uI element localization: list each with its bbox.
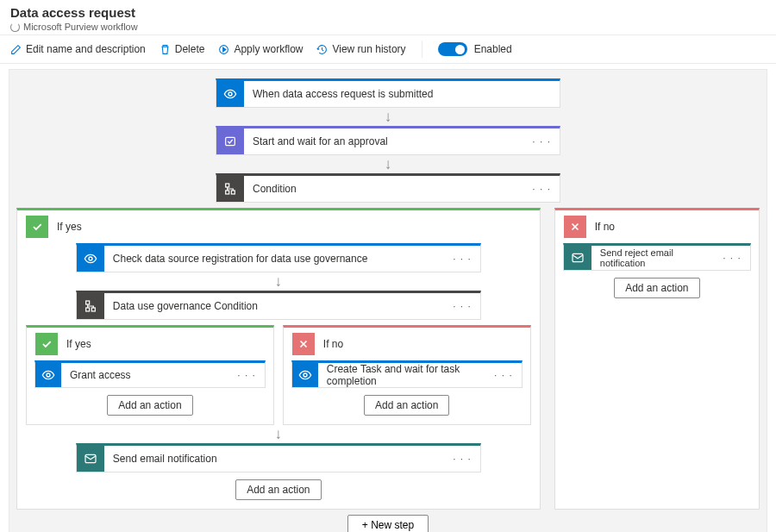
governance-condition-card[interactable]: Data use governance Condition · · · <box>76 291 481 320</box>
eye-icon <box>216 81 244 107</box>
history-icon <box>316 44 328 55</box>
branch-yes-label: If yes <box>57 221 82 233</box>
toolbar-divider <box>422 41 422 58</box>
svg-rect-2 <box>226 137 235 145</box>
play-circle-icon <box>218 44 229 55</box>
new-step-button[interactable]: + New step <box>347 515 429 532</box>
card-menu[interactable]: · · · <box>444 453 480 465</box>
card-menu[interactable]: · · · <box>523 135 560 147</box>
trash-icon <box>160 44 171 55</box>
x-icon <box>564 216 586 238</box>
send-reject-email-card[interactable]: Send reject email notification · · · <box>563 243 751 271</box>
add-action-button[interactable]: Add an action <box>364 395 449 416</box>
view-history-button[interactable]: View run history <box>316 43 405 55</box>
svg-rect-5 <box>231 191 235 194</box>
delete-button[interactable]: Delete <box>160 43 205 55</box>
create-task-card[interactable]: Create Task and wait for task completion… <box>291 360 523 388</box>
card-menu[interactable]: · · · <box>523 183 560 195</box>
condition-icon <box>216 176 244 202</box>
eye-icon <box>292 363 318 387</box>
x-icon <box>292 333 315 355</box>
svg-point-11 <box>304 373 307 377</box>
approval-card[interactable]: Start and wait for an approval · · · <box>216 126 560 155</box>
edit-button[interactable]: Edit name and description <box>10 43 146 55</box>
add-action-button[interactable]: Add an action <box>614 278 699 298</box>
inner-branch-no: If no Create Task and wait for task comp… <box>283 325 531 425</box>
arrow-down-icon: ↓ <box>275 427 283 441</box>
workflow-canvas: When data access request is submitted ↓ … <box>9 69 767 532</box>
apply-workflow-button[interactable]: Apply workflow <box>218 43 303 55</box>
toolbar: Edit name and description Delete Apply w… <box>0 34 776 64</box>
check-registration-card[interactable]: Check data source registration for data … <box>76 243 481 272</box>
svg-rect-4 <box>226 191 229 194</box>
svg-point-10 <box>47 373 50 377</box>
enabled-toggle[interactable]: Enabled <box>438 42 512 56</box>
branch-no-label: If no <box>595 221 615 233</box>
add-action-button[interactable]: Add an action <box>107 395 192 416</box>
approval-icon <box>216 128 244 154</box>
refresh-icon <box>10 22 20 32</box>
svg-rect-7 <box>86 301 90 304</box>
eye-icon <box>77 246 104 272</box>
arrow-down-icon: ↓ <box>275 274 283 289</box>
send-email-card[interactable]: Send email notification · · · <box>76 443 481 473</box>
grant-access-card[interactable]: Grant access · · · <box>34 360 266 388</box>
condition-card[interactable]: Condition · · · <box>216 173 560 203</box>
svg-rect-3 <box>226 184 229 187</box>
branch-yes: If yes Check data source registration fo… <box>16 208 541 510</box>
pencil-icon <box>10 44 22 55</box>
svg-rect-9 <box>91 308 95 311</box>
arrow-down-icon: ↓ <box>385 157 392 172</box>
branch-no: If no Send reject email notification · ·… <box>554 208 760 510</box>
check-icon <box>35 333 58 355</box>
eye-icon <box>35 363 61 387</box>
card-menu[interactable]: · · · <box>485 369 522 381</box>
mail-icon <box>564 246 591 270</box>
add-action-button[interactable]: Add an action <box>235 479 321 500</box>
page-title: Data access request <box>10 5 766 20</box>
arrow-down-icon: ↓ <box>385 110 392 124</box>
toggle-switch-icon <box>438 42 467 56</box>
check-icon <box>26 216 48 238</box>
condition-icon <box>77 293 104 319</box>
svg-point-1 <box>228 92 232 96</box>
mail-icon <box>77 446 104 472</box>
card-menu[interactable]: · · · <box>228 369 265 381</box>
svg-point-6 <box>89 257 92 260</box>
svg-rect-8 <box>86 308 90 311</box>
inner-branch-yes: If yes Grant access · · · Add an action <box>26 325 274 425</box>
trigger-card[interactable]: When data access request is submitted <box>216 78 560 108</box>
card-menu[interactable]: · · · <box>714 252 750 264</box>
breadcrumb: Microsoft Purview workflow <box>10 22 766 32</box>
card-menu[interactable]: · · · <box>444 300 480 312</box>
card-menu[interactable]: · · · <box>444 253 480 265</box>
